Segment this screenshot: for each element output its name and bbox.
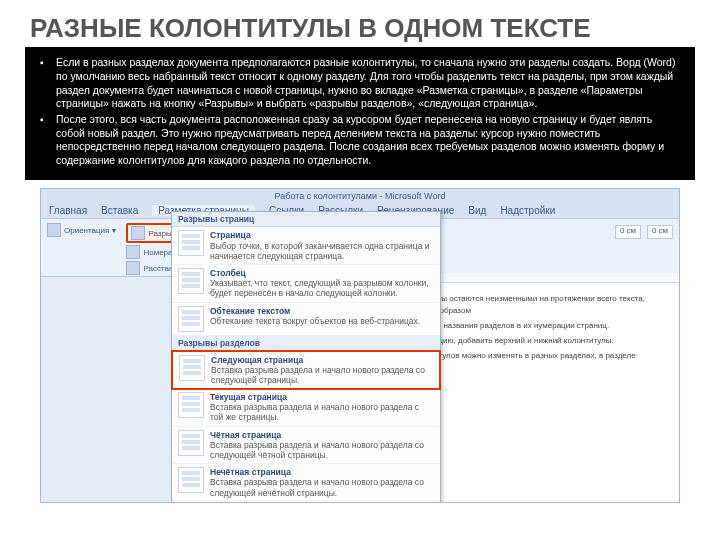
breaks-dropdown: Разрывы страниц СтраницаВыбор точки, в к… [171,211,441,502]
break-option-odd-page[interactable]: Нечётная страницаВставка разрыва раздела… [172,464,440,502]
dropdown-header-section-breaks: Разрывы разделов [172,336,440,351]
break-option-column[interactable]: СтолбецУказывает, что текст, следующий з… [172,265,440,303]
dropdown-header-page-breaks: Разрывы страниц [172,212,440,227]
breaks-icon [131,226,145,240]
odd-page-icon [178,467,204,493]
next-page-icon [179,355,205,381]
lines-icon [126,245,140,259]
indent-right[interactable]: 0 см [647,225,673,239]
page-break-icon [178,230,204,256]
tab-view[interactable]: Вид [468,205,486,216]
spacing-controls: 0 см 0 см [615,225,673,239]
tab-home[interactable]: Главная [49,205,87,216]
bullet-item: Если в разных разделах документа предпол… [36,56,684,111]
break-option-continuous[interactable]: Текущая страницаВставка разрыва раздела … [172,389,440,427]
break-option-next-page[interactable]: Следующая страницаВставка разрыва раздел… [171,350,441,391]
app-titlebar: Работа с колонтитулами - Microsoft Word [41,189,679,203]
tab-insert[interactable]: Вставка [101,205,138,216]
slide-title: РАЗНЫЕ КОЛОНТИТУЛЫ В ОДНОМ ТЕКСТЕ [0,0,720,47]
word-screenshot: Работа с колонтитулами - Microsoft Word … [40,188,680,503]
even-page-icon [178,430,204,456]
orientation-icon [47,223,61,237]
content-textbox: Если в разных разделах документа предпол… [25,47,695,180]
orientation-button[interactable]: Ориентация ▾ [47,223,116,237]
hyphen-icon [126,261,140,275]
continuous-icon [178,392,204,418]
break-option-page[interactable]: СтраницаВыбор точки, в которой заканчива… [172,227,440,265]
textwrap-break-icon [178,306,204,332]
column-break-icon [178,268,204,294]
bullet-item: После этого, вся часть документа располо… [36,113,684,168]
break-option-even-page[interactable]: Чётная страницаВставка разрыва раздела и… [172,427,440,465]
tab-addins[interactable]: Надстройки [500,205,555,216]
indent-left[interactable]: 0 см [615,225,641,239]
break-option-textwrap[interactable]: Обтекание текстомОбтекание текста вокруг… [172,303,440,336]
